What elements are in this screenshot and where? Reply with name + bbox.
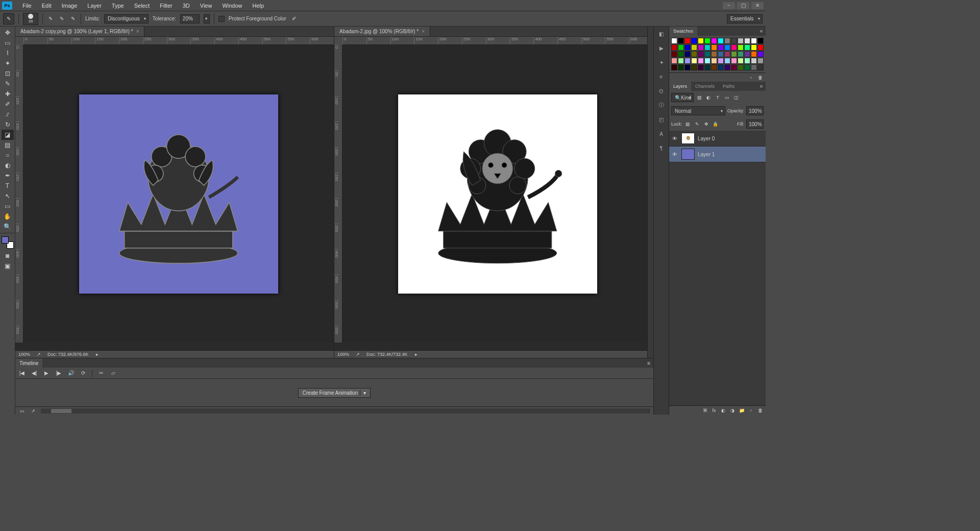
timeline-play[interactable]: ▶ (43, 370, 50, 377)
swatch[interactable] (738, 51, 744, 57)
eyedropper-tool[interactable]: ✎ (2, 79, 14, 89)
paths-tab[interactable]: Paths (719, 82, 739, 91)
canvas-viewport-1[interactable] (23, 45, 334, 343)
layer-kind-dropdown[interactable]: 🔍Kind (671, 93, 694, 102)
doc-arrow-icon-1[interactable]: ↗ (35, 351, 42, 358)
doc-zoom-2[interactable]: 100% (337, 352, 349, 357)
zoom-tool[interactable]: 🔍 (2, 222, 14, 232)
ruler-vertical-2[interactable]: 050100150200250300350400450500550 (334, 45, 342, 343)
swatch[interactable] (691, 64, 697, 70)
delete-layer-icon[interactable]: 🗑 (756, 407, 764, 414)
new-swatch-icon[interactable]: ▫ (747, 74, 754, 81)
doc-zoom-1[interactable]: 100% (18, 352, 30, 357)
minimize-button[interactable]: − (723, 2, 735, 9)
swatch[interactable] (718, 44, 724, 51)
timeline-next-frame[interactable]: |▶ (55, 370, 62, 377)
swatch[interactable] (684, 44, 691, 51)
healing-tool[interactable]: ✚ (2, 89, 14, 99)
shape-tool[interactable]: ▭ (2, 201, 14, 211)
swatch[interactable] (698, 64, 704, 70)
brush-panel-icon-3[interactable]: ✎ (69, 15, 77, 22)
swatch[interactable] (724, 58, 730, 64)
limits-dropdown[interactable]: Discontiguous (104, 14, 149, 23)
swatch[interactable] (724, 64, 730, 70)
gradient-tool[interactable]: ▤ (2, 140, 14, 150)
swatch[interactable] (691, 58, 697, 64)
pressure-icon[interactable]: ✐ (290, 15, 298, 22)
restore-button[interactable]: ▢ (737, 2, 749, 9)
marquee-tool[interactable]: ▭ (2, 38, 14, 48)
swatch[interactable] (718, 64, 724, 70)
swatch[interactable] (684, 51, 691, 57)
swatches-menu-icon[interactable]: ≡ (757, 27, 766, 36)
swatches-tab[interactable]: Swatches (669, 27, 697, 36)
swatch[interactable] (671, 51, 677, 57)
swatch[interactable] (744, 38, 750, 44)
swatch[interactable] (718, 51, 724, 57)
tool-preset-picker[interactable]: ✎ (3, 13, 14, 25)
lock-all-icon[interactable]: 🔒 (712, 120, 719, 128)
canvas-2[interactable] (398, 94, 597, 294)
doc-tab-1[interactable]: Abadam-2 copy.png @ 100% (Layer 1, RGB/8… (15, 27, 144, 36)
ruler-vertical-1[interactable]: 050100150200250300350400450500550 (15, 45, 23, 343)
menu-filter[interactable]: Filter (155, 3, 177, 9)
swatch[interactable] (671, 58, 677, 64)
lock-pixels-icon[interactable]: ✎ (694, 120, 701, 128)
close-tab-2[interactable]: × (422, 29, 425, 34)
opacity-input[interactable]: 100% (746, 106, 764, 115)
doc-info-arrow-2[interactable]: ▸ (413, 351, 420, 358)
link-layers-icon[interactable]: ⌘ (701, 407, 708, 414)
swatch[interactable] (731, 38, 737, 44)
swatch[interactable] (698, 51, 704, 57)
tolerance-dropdown-arrow[interactable] (204, 14, 210, 23)
swatch[interactable] (698, 38, 704, 44)
swatch[interactable] (698, 44, 704, 51)
layer-fx-icon[interactable]: fx (710, 407, 718, 414)
swatch[interactable] (731, 44, 737, 51)
menu-window[interactable]: Window (217, 3, 247, 9)
timeline-audio-icon[interactable]: 🔊 (67, 370, 75, 377)
menu-file[interactable]: File (17, 3, 37, 9)
layer-name[interactable]: Layer 1 (698, 152, 715, 157)
swatch[interactable] (757, 51, 764, 57)
swatch[interactable] (718, 58, 724, 64)
dodge-tool[interactable]: ◐ (2, 160, 14, 171)
brush-preset-picker[interactable]: 38 (23, 13, 38, 25)
swatch[interactable] (711, 51, 717, 57)
lock-trans-icon[interactable]: ▨ (684, 120, 692, 128)
crop-tool[interactable]: ⊡ (2, 68, 14, 79)
eraser-tool[interactable]: ◪ (2, 130, 14, 140)
scrollbar-thumb[interactable] (51, 409, 71, 413)
swatch[interactable] (711, 64, 717, 70)
chevron-down-icon[interactable]: ▾ (360, 390, 366, 396)
layer-row[interactable]: 👁Layer 1 (669, 147, 766, 162)
pen-tool[interactable]: ✒ (2, 171, 14, 181)
fill-input[interactable]: 100% (746, 119, 764, 129)
swatch[interactable] (671, 44, 677, 51)
paragraph-panel-icon[interactable]: ¶ (656, 143, 667, 153)
layer-mask-icon[interactable]: ◐ (720, 407, 727, 414)
swatch[interactable] (744, 44, 750, 51)
filter-adjust-icon[interactable]: ◐ (705, 94, 712, 101)
swatch[interactable] (751, 38, 757, 44)
swatch[interactable] (751, 44, 757, 51)
panel-mini-strip[interactable] (647, 27, 653, 358)
brush-panel-icon[interactable]: ✎ (47, 15, 54, 22)
swatch[interactable] (731, 64, 737, 70)
filter-shape-icon[interactable]: ▭ (723, 94, 730, 101)
history-brush-tool[interactable]: ↻ (2, 119, 14, 130)
menu-layer[interactable]: Layer (82, 3, 107, 9)
layer-row[interactable]: 👁🦁Layer 0 (669, 131, 766, 147)
navigator-panel-icon[interactable]: ◰ (656, 114, 667, 125)
swatch[interactable] (671, 64, 677, 70)
brush-tool[interactable]: ✐ (2, 99, 14, 109)
layer-name[interactable]: Layer 0 (698, 136, 715, 141)
doc-info-arrow-1[interactable]: ▸ (94, 351, 101, 358)
layers-menu-icon[interactable]: ≡ (757, 82, 766, 91)
path-select-tool[interactable]: ↖ (2, 191, 14, 201)
swatch[interactable] (691, 44, 697, 51)
swatch[interactable] (704, 64, 710, 70)
timeline-menu-icon[interactable]: ≡ (644, 358, 653, 368)
quick-mask-tool[interactable]: ◙ (2, 251, 14, 261)
swatch[interactable] (744, 58, 750, 64)
